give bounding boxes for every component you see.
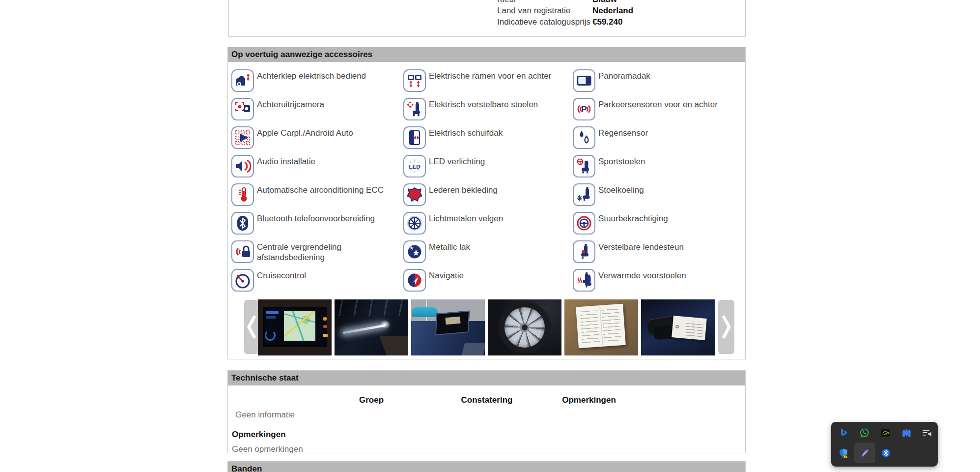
- vehicle-info-label: Indicatieve catalogusprijs: [497, 16, 590, 28]
- tray-row-1: [833, 426, 938, 439]
- carousel-photo-headlight-led[interactable]: [335, 299, 408, 355]
- tires-header: Banden: [228, 462, 745, 472]
- leather-icon: [403, 183, 426, 206]
- technical-header: Technische staat: [228, 371, 745, 385]
- vehicle-summary-panel: KleurBlauwLand van registratieNederlandI…: [228, 0, 746, 37]
- accessory-label: Apple Carpl./Android Auto: [257, 126, 353, 138]
- whatsapp-icon[interactable]: [854, 426, 875, 439]
- nvidia-icon[interactable]: [875, 426, 896, 439]
- bing-icon[interactable]: [833, 426, 854, 439]
- carousel-photo-car-keys-with-tag[interactable]: [641, 299, 715, 355]
- accessory-item: Regensensor: [573, 126, 746, 155]
- accessory-item: Elektrische ramen voor en achter: [403, 69, 573, 98]
- technical-column-header: Groep: [359, 395, 384, 405]
- accessory-label: Cruisecontrol: [257, 269, 306, 281]
- power-windows-icon: [403, 69, 426, 92]
- climate-control-icon: [231, 183, 254, 206]
- technical-condition-panel: Technische staat GroepConstateringOpmerk…: [227, 370, 746, 453]
- volume-mixer-icon[interactable]: [917, 426, 938, 439]
- bluetooth-icon: [231, 212, 254, 235]
- vehicle-info-row: Indicatieve catalogusprijs€59.240: [229, 16, 745, 28]
- accessory-label: Audio installatie: [257, 155, 315, 167]
- accessory-item: Cruisecontrol: [231, 269, 403, 297]
- accessory-label: Verwarmde voorstoelen: [598, 269, 686, 281]
- page: KleurBlauwLand van registratieNederlandI…: [0, 0, 980, 472]
- accessory-label: Panoramadak: [598, 69, 650, 81]
- accessory-item: PParkeersensoren voor en achter: [573, 98, 746, 126]
- photo-carousel: [228, 299, 746, 355]
- accessory-item: Audio installatie: [231, 155, 403, 183]
- accessory-item: Achteruitrijcamera: [231, 98, 403, 126]
- sunroof-icon: [403, 126, 426, 149]
- no-remarks-text: Geen opmerkingen: [232, 444, 303, 454]
- carplay-icon: [231, 126, 254, 149]
- accessory-item: Apple Carpl./Android Auto: [231, 126, 403, 155]
- seat-cooling-icon: [573, 183, 595, 206]
- accessory-item: Bluetooth telefoonvoorbereiding: [231, 212, 403, 240]
- accessory-label: Stoelkoeling: [598, 183, 644, 195]
- carousel-next-button[interactable]: [718, 300, 734, 354]
- accessories-panel: Op voertuig aanwezige accessoires Achter…: [227, 47, 746, 359]
- vehicle-info-value: €59.240: [592, 16, 622, 28]
- rear-camera-icon: [231, 98, 254, 120]
- chevron-right-icon: [721, 313, 732, 341]
- accessory-item: Panoramadak: [573, 69, 746, 98]
- alloy-wheels-icon: [403, 212, 426, 235]
- panorama-roof-icon: [573, 69, 595, 92]
- cruise-control-icon: [231, 269, 254, 292]
- sport-seats-icon: [573, 155, 595, 177]
- accessory-label: Lichtmetalen velgen: [429, 212, 503, 224]
- accessory-item: Stuurbekrachtiging: [573, 212, 746, 240]
- windows-security-warning-icon[interactable]: [833, 442, 854, 463]
- accessory-item: Verwarmde voorstoelen: [573, 269, 746, 297]
- accessory-label: Verstelbare lendesteun: [598, 240, 684, 252]
- parking-sensors-icon: P: [573, 98, 595, 120]
- accessory-item: Achterklep elektrisch bediend: [231, 69, 403, 98]
- accessory-label: Parkeersensoren voor en achter: [598, 98, 718, 110]
- accessory-label: Elektrische ramen voor en achter: [429, 69, 551, 81]
- heated-seats-icon: [573, 269, 595, 292]
- accessory-item: Metallic lak: [403, 240, 573, 269]
- chevron-left-icon: [246, 313, 257, 341]
- carousel-prev-button[interactable]: [244, 300, 259, 354]
- carousel-thumbnails: [258, 299, 715, 355]
- accessory-item: Navigatie: [403, 269, 573, 297]
- accessory-label: Bluetooth telefoonvoorbereiding: [257, 212, 375, 224]
- tray-row-2: [833, 442, 938, 463]
- audio-icon: [231, 155, 254, 177]
- vehicle-info-row: Land van registratieNederland: [229, 5, 745, 16]
- accessory-label: Achterklep elektrisch bediend: [257, 69, 366, 81]
- accessory-label: Elektrisch schuifdak: [429, 126, 503, 138]
- remarks-label: Opmerkingen: [232, 430, 286, 440]
- accessory-item: Elektrisch verstelbare stoelen: [403, 98, 573, 126]
- carousel-photo-alloy-wheel[interactable]: [488, 299, 561, 355]
- accessory-label: Regensensor: [598, 126, 648, 138]
- vehicle-info-label: Land van registratie: [497, 5, 570, 16]
- accessory-label: LED verlichting: [429, 155, 485, 167]
- power-steering-icon: [573, 212, 595, 235]
- tailgate-electric-icon: [231, 69, 254, 92]
- technical-column-header: Constatering: [461, 395, 513, 405]
- technical-column-header: Opmerkingen: [562, 395, 616, 405]
- central-lock-icon: [231, 240, 254, 263]
- no-information-text: Geen informatie: [235, 410, 295, 420]
- carousel-photo-dashboard-navigation-screen[interactable]: [258, 299, 332, 355]
- carousel-photo-open-panorama-roof[interactable]: [411, 299, 485, 355]
- technical-table-header: GroepConstateringOpmerkingen: [228, 395, 745, 405]
- accessory-label: Metallic lak: [429, 240, 470, 252]
- led-lights-icon: LED: [403, 155, 426, 177]
- accessory-label: Centrale vergrendeling afstandsbediening: [257, 240, 400, 263]
- vehicle-info-value: Nederland: [592, 5, 633, 16]
- accessory-item: Elektrisch schuifdak: [403, 126, 573, 155]
- accessory-item: LEDLED verlichting: [403, 155, 573, 183]
- vehicle-info-row: KleurBlauw: [229, 0, 745, 5]
- accessories-grid: Achterklep elektrisch bediendAchteruitri…: [231, 69, 746, 297]
- bluetooth-tray-icon[interactable]: [875, 442, 896, 463]
- svg-text:P: P: [581, 105, 587, 114]
- svg-text:LED: LED: [409, 164, 420, 170]
- carousel-photo-vehicle-documents[interactable]: [564, 299, 638, 355]
- accessory-label: Navigatie: [429, 269, 464, 281]
- accessories-header: Op voertuig aanwezige accessoires: [228, 47, 745, 62]
- malwarebytes-icon[interactable]: [896, 426, 917, 439]
- lightshot-icon[interactable]: [854, 442, 875, 463]
